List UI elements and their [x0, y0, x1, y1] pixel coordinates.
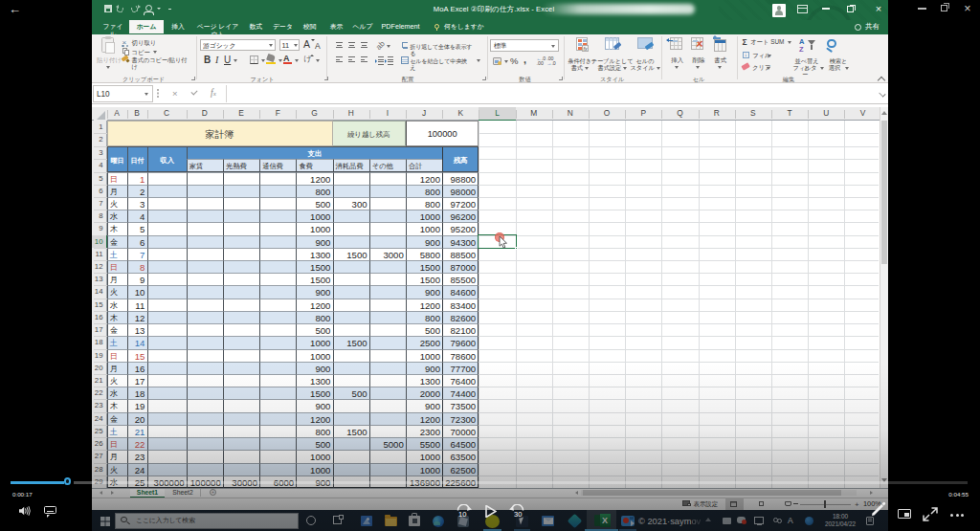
- svg-text:30: 30: [514, 509, 522, 517]
- svg-text:10: 10: [458, 509, 466, 517]
